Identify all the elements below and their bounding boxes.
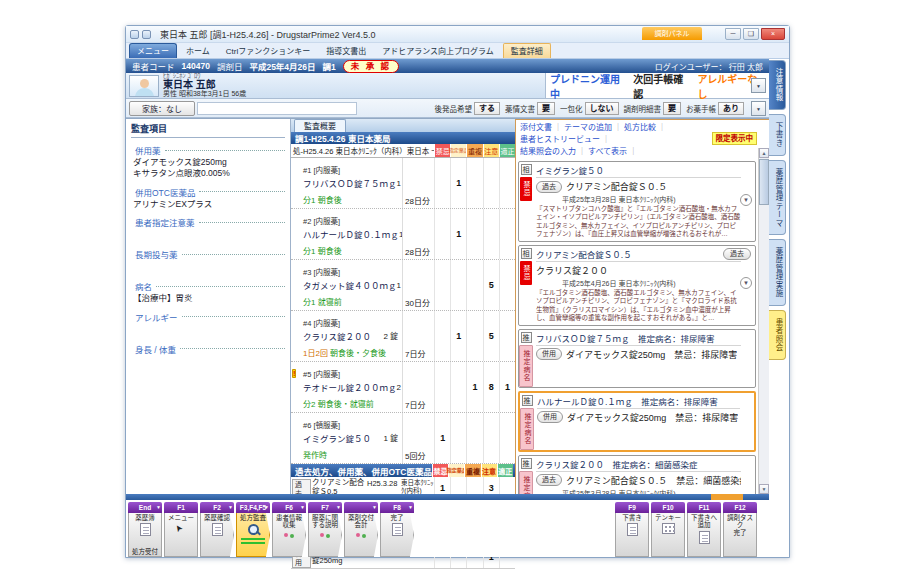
vertical-tab[interactable]: 薬歴管理テーマ xyxy=(769,160,786,236)
sidebar-entry[interactable]: ダイアモックス錠250mg xyxy=(131,157,285,168)
panel-link[interactable]: 添付文書 xyxy=(520,123,564,132)
flag-column-header: 禁忌 xyxy=(432,464,448,477)
quick-access-icon[interactable] xyxy=(142,30,151,39)
function-key-button[interactable]: F9 下書き xyxy=(615,502,649,557)
sidebar-entry[interactable] xyxy=(131,324,285,337)
sidebar-entry[interactable]: 【治療中】胃炎 xyxy=(131,293,285,304)
row-warning-cell: ! xyxy=(291,413,301,463)
medication-row[interactable]: ! #4 [内服薬] クラリス錠２００2 錠 1日2回朝食後・夕食後 7日分 1 xyxy=(291,311,515,362)
alert-dropdown-button[interactable]: ▼ xyxy=(751,78,766,93)
sidebar-entry[interactable] xyxy=(131,261,285,274)
medication-row[interactable]: ! #2 [内服薬] ハルナールＤ錠０.１ｍｇ1 錠 分1 朝食後 28日分 1 xyxy=(291,209,515,260)
preference-value-button[interactable]: する xyxy=(474,102,500,115)
panel-link[interactable]: テーマの追加 xyxy=(564,123,624,132)
drug-quantity: 2 錠 xyxy=(383,330,400,342)
function-key-button[interactable]: F3,F4,F5▼ 処方監査 xyxy=(236,502,270,557)
interaction-card[interactable]: 相 禁忌 イミグラン錠５０ 過去 クリアミン配合錠Ｓ０.５ 平成25 xyxy=(518,161,756,242)
preference-row: 家族：なし 後発品希望 する 薬情文書 要 xyxy=(126,99,769,118)
panel-scrollbar[interactable]: ▲ ▼ xyxy=(758,148,769,494)
function-key-button[interactable]: F12 調剤タスク 完了 xyxy=(723,502,757,557)
sidebar-entry[interactable]: キサラタン点眼液0.005% xyxy=(131,168,285,179)
panel-link[interactable]: 患者ヒストリービュー xyxy=(520,135,612,144)
sidebar-entry[interactable]: 身長 / 体重 xyxy=(131,343,285,355)
flag-column-header: 適正 xyxy=(497,464,513,477)
minimize-button[interactable]: ─ xyxy=(725,28,741,40)
sidebar-entry[interactable]: 患者指定注意薬 xyxy=(131,216,285,228)
restore-button[interactable]: ❏ xyxy=(743,28,759,40)
panel-link[interactable]: すべて表示 xyxy=(588,147,639,156)
interaction-card[interactable]: 推 推定病名 クラリス錠２００ 推定病名：細菌感染症 過去 クリアミン配合錠Ｓ０… xyxy=(518,455,756,495)
ribbon-tab[interactable]: アドヒアランス向上プログラム xyxy=(375,44,501,58)
flag-column-header: 注意 xyxy=(483,144,499,157)
preference-dropdown-button[interactable]: ▼ xyxy=(751,101,766,116)
medication-main: #1 [内服薬] フリバスＯＤ錠７５ｍｇ1 錠 分1 朝食後 xyxy=(301,158,402,208)
dropdown-arrow-icon: ▼ xyxy=(336,504,341,510)
function-key-button[interactable]: F7▼ 服薬に関 する説明 xyxy=(308,502,342,557)
category-chip: 推 xyxy=(521,332,532,343)
past-rx-header-text: 過去処方、併用薬、併用OTC医薬品 xyxy=(295,465,432,477)
sidebar-entry[interactable]: 病名 xyxy=(131,280,285,292)
ribbon-tab[interactable]: メニュー xyxy=(129,43,177,58)
contextual-tab-group: 調剤パネル xyxy=(642,27,702,40)
function-key-button[interactable]: F6▼ 患者情報 収集 xyxy=(272,502,306,557)
sidebar-entries: 併用薬 ダイアモックス錠250mg キサラタン点眼液0.005% 併用OTC医薬… xyxy=(131,144,285,355)
function-key-button[interactable]: End▼ 薬歴簿 処方受付 xyxy=(128,502,162,557)
flag-column-header: 指定薬品 xyxy=(450,144,466,157)
scroll-up-icon[interactable]: ▲ xyxy=(759,148,769,158)
preference-value-button[interactable]: あり xyxy=(718,102,744,115)
flag-chofuku xyxy=(466,260,482,310)
past-button[interactable]: 過去 xyxy=(723,248,751,260)
button-icon xyxy=(662,523,675,534)
close-button[interactable]: × xyxy=(761,28,785,40)
expand-button[interactable]: ▼ xyxy=(740,194,752,206)
flag-tekisei xyxy=(499,260,515,310)
card-date: 平成25年3月28日 東日本ｸﾘﾆｯｸ(内科) xyxy=(536,194,741,204)
panel-link[interactable]: 処方比較 xyxy=(624,123,668,132)
flag-tekisei xyxy=(499,158,515,208)
tab-audit-overview[interactable]: 監査概要 xyxy=(294,119,346,132)
preference-value-button[interactable]: 要 xyxy=(663,102,681,115)
medication-row[interactable]: ! #6 [頓服薬] イミグラン錠５０1 錠 発作時 5回分 1 xyxy=(291,413,515,464)
interaction-card[interactable]: 相 禁忌 クリアミン配合錠Ｓ０.５ クラリス錠２００ 平成25年4 xyxy=(518,245,756,326)
medication-row[interactable]: ! #1 [内服薬] フリバスＯＤ錠７５ｍｇ1 錠 分1 朝食後 28日分 1 xyxy=(291,158,515,209)
function-key-button[interactable]: F2▼ 薬歴確認 xyxy=(200,502,234,557)
interaction-card[interactable]: 推 推定病名 ハルナールＤ錠０.１ｍｇ 推定病名：排尿障害 併用 ダイアモックス… xyxy=(518,391,756,452)
scroll-thumb[interactable] xyxy=(759,159,769,205)
interacting-drug: クリアミン配合錠Ｓ０.５ xyxy=(566,180,667,193)
medication-row[interactable]: ! #5 [内服薬] テオドール錠２００ｍｇ2 錠 分2 朝食後・就寝前 7日分… xyxy=(291,362,515,413)
sidebar-entry[interactable]: 併用OTC医薬品 xyxy=(131,186,285,198)
function-key-button[interactable]: ▼ 薬剤交付 会計 xyxy=(344,502,378,557)
dropdown-arrow-icon: ▼ xyxy=(300,504,305,510)
vertical-tab[interactable]: 患者照会 xyxy=(769,310,786,360)
sidebar-entry[interactable]: 併用薬 xyxy=(131,144,285,156)
ribbon-tab[interactable]: 指導文書出 xyxy=(319,44,373,58)
sidebar-entry[interactable] xyxy=(131,229,285,242)
center-tab-strip: 監査概要 xyxy=(291,119,515,132)
panel-link[interactable]: 結果照会の入力 xyxy=(520,147,588,156)
ribbon-tab[interactable]: ホーム xyxy=(179,44,217,58)
family-button[interactable]: 家族：なし xyxy=(129,101,195,116)
function-key-button[interactable]: F8▼ 完了 xyxy=(380,502,414,557)
function-key-button[interactable]: F1▼ メニュー xyxy=(164,502,198,557)
interaction-card[interactable]: 推 推定病名 フリバスＯＤ錠７５ｍｇ 推定病名：排尿障害 併用 ダイアモックス錠… xyxy=(518,329,756,388)
patient-code-label: 患者コード xyxy=(132,60,175,72)
scroll-down-icon[interactable]: ▼ xyxy=(759,484,769,494)
vertical-tab[interactable]: 薬歴管理実施 xyxy=(769,239,786,306)
function-key-button[interactable]: F10 テンキー xyxy=(651,502,685,557)
preference-value-button[interactable]: しない xyxy=(585,102,619,115)
function-keys-right: F9 下書き F10 テンキー xyxy=(615,502,757,557)
sidebar-entry[interactable]: アレルギー xyxy=(131,311,285,323)
medication-row[interactable]: ! #3 [内服薬] タガメット錠４００ｍｇ1 錠 分1 就寝前 30日分 xyxy=(291,260,515,311)
ribbon-tab[interactable]: 監査詳細 xyxy=(503,43,551,58)
preference-value-button[interactable]: 要 xyxy=(537,102,555,115)
sidebar-entry[interactable]: 長期投与薬 xyxy=(131,248,285,260)
vertical-tab[interactable]: 下書き xyxy=(769,114,786,156)
flag-shitei xyxy=(450,362,466,412)
ribbon-tab[interactable]: Ctrlファンクションキー xyxy=(219,44,317,58)
sidebar-entry[interactable]: アリナミンEXプラス xyxy=(131,199,285,210)
function-key-button[interactable]: F11 下書きへ 追加 xyxy=(687,502,721,557)
vertical-tab[interactable]: 注意情報 xyxy=(769,60,786,110)
row-warning-cell: ! xyxy=(291,311,301,361)
button-icon xyxy=(212,523,223,536)
patient-avatar-icon xyxy=(129,75,159,97)
